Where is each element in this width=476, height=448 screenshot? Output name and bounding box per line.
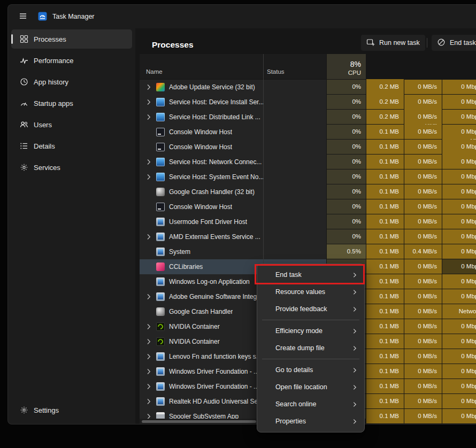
column-header-cpu[interactable]: 8% CPU [327, 54, 366, 79]
process-icon [156, 322, 165, 331]
context-menu-item-create-dump-file[interactable]: Create dump file [257, 339, 364, 357]
navigation-menu-button[interactable] [15, 9, 31, 24]
column-header-status[interactable]: Status [264, 54, 326, 79]
memory-cell: 0.2 MB [366, 110, 404, 124]
app-history-icon [20, 78, 28, 86]
expand-chevron-icon[interactable] [147, 338, 156, 345]
process-name-cell[interactable]: NVIDIA Container [140, 334, 263, 349]
process-name-cell[interactable]: Service Host: System Event No... [140, 169, 263, 184]
table-row[interactable]: Service Host: Device Install Ser... 0% 0… [140, 95, 476, 110]
process-name-cell[interactable]: Google Crash Handler [140, 304, 263, 319]
process-name-cell[interactable]: Service Host: Device Install Ser... [140, 95, 263, 110]
menu-item-label: End task [275, 271, 302, 279]
status-cell [264, 155, 326, 169]
end-task-button[interactable]: End task [432, 35, 476, 51]
context-menu-item-efficiency-mode[interactable]: Efficiency mode [257, 322, 364, 339]
process-name-cell[interactable]: Realtek HD Audio Universal Se... [140, 394, 263, 409]
menu-item-label: Resource values [275, 288, 325, 296]
process-name-cell[interactable]: Usermode Font Driver Host [140, 214, 263, 229]
horizontal-scrollbar-thumb[interactable] [142, 420, 256, 423]
disk-cell: 0 MB/s [404, 364, 442, 379]
context-menu-item-end-task[interactable]: End task [257, 266, 364, 283]
process-name-cell[interactable]: Windows Driver Foundation - ... [140, 364, 263, 379]
menu-item-label: Search online [275, 400, 316, 408]
expand-chevron-icon[interactable] [147, 114, 156, 120]
table-row[interactable]: Console Window Host 0% 0.1 MB 0 MB/s 0 M… [140, 199, 476, 214]
expand-chevron-icon[interactable] [147, 84, 156, 90]
sidebar-item-startup-apps[interactable]: Startup apps [11, 94, 132, 113]
process-name-cell[interactable]: Google Crash Handler (32 bit) [140, 184, 263, 199]
expand-chevron-icon[interactable] [147, 383, 156, 390]
process-name-cell[interactable]: Adobe Update Service (32 bit) [140, 80, 263, 95]
table-row[interactable]: Service Host: Distributed Link ... 0% 0.… [140, 110, 476, 125]
sidebar-item-details[interactable]: Details [11, 136, 132, 156]
expand-chevron-icon[interactable] [147, 234, 156, 240]
expand-chevron-icon[interactable] [147, 398, 156, 405]
expand-chevron-icon[interactable] [147, 293, 156, 300]
column-header-name[interactable]: Name [140, 54, 263, 79]
table-row[interactable]: Service Host: Network Connec... 0% 0.1 M… [140, 155, 476, 169]
process-name-cell[interactable]: Adobe Genuine Software Integ... [140, 289, 263, 304]
process-name-cell[interactable]: Windows Driver Foundation - ... [140, 379, 263, 394]
process-name: Windows Log-on Application [169, 278, 250, 285]
process-icon [156, 218, 165, 226]
process-name: Console Window Host [169, 143, 232, 151]
table-row[interactable]: Service Host: System Event No... 0% 0.1 … [140, 169, 476, 184]
process-icon [156, 307, 165, 316]
context-menu-item-open-file-location[interactable]: Open file location [257, 379, 364, 396]
sidebar-item-services[interactable]: Services [11, 158, 132, 177]
disk-cell: 0 MB/s [404, 319, 442, 334]
cpu-cell: 0% [327, 169, 366, 184]
expand-chevron-icon[interactable] [147, 159, 156, 165]
process-name: Service Host: Device Install Ser... [169, 98, 263, 106]
expand-chevron-icon[interactable] [147, 353, 156, 360]
disk-cell: 0 MB/s [404, 110, 442, 124]
process-name-cell[interactable]: NVIDIA Container [140, 319, 263, 334]
expand-chevron-icon[interactable] [147, 99, 156, 105]
page-title: Processes [152, 40, 194, 50]
context-menu-item-properties[interactable]: Properties [257, 413, 364, 430]
run-new-task-button[interactable]: Run new task [361, 35, 425, 51]
expand-chevron-icon[interactable] [147, 368, 156, 375]
context-menu-item-provide-feedback[interactable]: Provide feedback [257, 300, 364, 318]
process-name-cell[interactable]: AMD External Events Service ... [140, 229, 263, 244]
table-row[interactable]: System 0.5% 0.1 MB 0.4 MB/s 0 Mbps [140, 244, 476, 259]
menu-item-label: Create dump file [275, 344, 325, 352]
process-name-cell[interactable]: Service Host: Network Connec... [140, 155, 263, 169]
expand-chevron-icon[interactable] [147, 174, 156, 180]
context-menu-item-go-to-details[interactable]: Go to details [257, 361, 364, 379]
screenshot-stage: Task Manager Processes Performance App h… [0, 0, 476, 448]
sidebar-item-performance[interactable]: Performance [11, 51, 132, 70]
context-menu-item-resource-values[interactable]: Resource values [257, 283, 364, 300]
cpu-cell: 0% [327, 110, 366, 124]
process-icon [156, 98, 165, 106]
table-row[interactable]: AMD External Events Service ... 0% 0.1 M… [140, 229, 476, 244]
network-cell: 0 Mbps [442, 319, 476, 334]
expand-chevron-icon[interactable] [147, 323, 156, 330]
process-name-cell[interactable]: Console Window Host [140, 140, 263, 155]
process-name-cell[interactable]: System [140, 244, 263, 259]
sidebar-item-users[interactable]: Users [11, 115, 132, 134]
sidebar-item-processes[interactable]: Processes [11, 29, 132, 49]
memory-cell: 0.1 MB [366, 125, 404, 139]
process-name-cell[interactable]: Console Window Host [140, 199, 263, 214]
sidebar-item-app-history[interactable]: App history [11, 72, 132, 91]
table-row[interactable]: Console Window Host 0% 0.1 MB 0 MB/s 0 M… [140, 125, 476, 140]
context-menu-item-search-online[interactable]: Search online [257, 396, 364, 413]
process-name-cell[interactable]: Service Host: Distributed Link ... [140, 110, 263, 125]
submenu-chevron-icon [353, 289, 357, 295]
process-name-cell[interactable]: Console Window Host [140, 125, 263, 140]
submenu-chevron-icon [353, 384, 357, 390]
table-row[interactable]: Adobe Update Service (32 bit) 0% 0.2 MB … [140, 80, 476, 95]
disk-cell: 0 MB/s [404, 214, 442, 229]
table-row[interactable]: Console Window Host 0% 0.1 MB 0 MB/s 0 M… [140, 140, 476, 155]
memory-cell: 0.1 MB [366, 349, 404, 364]
process-name-cell[interactable]: Lenovo Fn and function keys s... [140, 349, 263, 364]
table-row[interactable]: Google Crash Handler (32 bit) 0% 0.1 MB … [140, 184, 476, 199]
process-name-cell[interactable]: CCLibraries [140, 259, 263, 274]
process-name-cell[interactable]: Windows Log-on Application [140, 274, 263, 289]
sidebar-item-settings[interactable]: Settings [11, 400, 132, 420]
network-cell: 0 Mbps [442, 394, 476, 408]
network-cell: 0 Mbps [442, 364, 476, 379]
table-row[interactable]: Usermode Font Driver Host 0% 0.1 MB 0 MB… [140, 214, 476, 229]
